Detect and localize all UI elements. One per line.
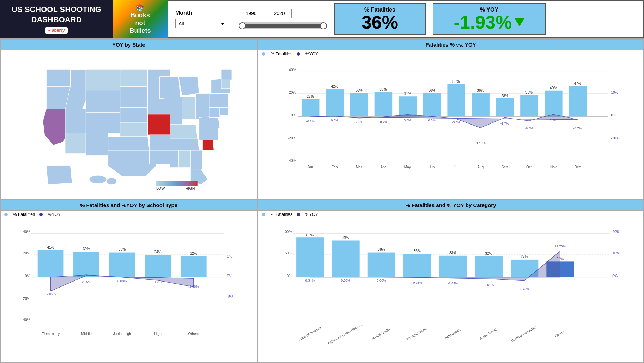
svg-text:-17.5%: -17.5% xyxy=(475,141,486,145)
bar-nov xyxy=(545,91,563,117)
bar-high xyxy=(145,255,171,277)
state-ca xyxy=(43,109,69,145)
state-ne-region xyxy=(221,69,232,80)
svg-text:Others: Others xyxy=(554,330,565,338)
bar-middle xyxy=(73,252,99,277)
state-al xyxy=(178,150,190,168)
yoy-legend3: %YOY xyxy=(48,212,61,217)
svg-text:34%: 34% xyxy=(154,250,161,254)
chart4-area: 100% 50% 0% 85% Suicide/Attempted 0.34% … xyxy=(258,218,643,362)
year-end-input[interactable] xyxy=(267,9,292,18)
svg-text:0.5%: 0.5% xyxy=(331,119,338,122)
svg-text:Aug: Aug xyxy=(477,165,484,169)
year-slider[interactable] xyxy=(239,22,327,29)
school-type-title: % Fatalities and %YOY by School Type xyxy=(1,200,257,211)
svg-text:-0.33%: -0.33% xyxy=(412,281,422,284)
svg-text:0%: 0% xyxy=(227,274,232,278)
school-type-panel: % Fatalities and %YOY by School Type % F… xyxy=(0,199,257,363)
svg-text:20%: 20% xyxy=(612,230,619,234)
us-map-svg: LOW HIGH xyxy=(19,59,238,190)
month-dropdown[interactable]: All ▼ xyxy=(175,19,228,28)
state-ar xyxy=(149,135,171,150)
state-ks xyxy=(120,123,148,137)
chart2-area: 40% 20% 0% -20% -40% 27% Jan -0.1% xyxy=(258,58,643,199)
chart3-legend: % Fatalities %YOY xyxy=(1,211,257,218)
yoy-dot3 xyxy=(39,213,43,216)
svg-text:Dec: Dec xyxy=(575,165,581,169)
svg-text:47%: 47% xyxy=(574,81,581,85)
svg-text:2.55%: 2.55% xyxy=(82,280,91,284)
state-in xyxy=(182,97,196,119)
svg-text:100%: 100% xyxy=(283,230,292,234)
bar-junior xyxy=(109,253,135,277)
bar-elementary xyxy=(38,250,64,277)
legend-high: HIGH xyxy=(186,186,195,190)
state-wi xyxy=(160,76,180,98)
svg-text:-20%: -20% xyxy=(288,136,296,140)
year-range-control xyxy=(239,9,327,29)
svg-text:0%: 0% xyxy=(25,274,30,278)
state-mo xyxy=(148,114,172,134)
svg-text:-4.7%: -4.7% xyxy=(573,127,582,130)
year-inputs xyxy=(239,9,327,18)
legend-low: LOW xyxy=(156,186,165,190)
header: US SCHOOL SHOOTING DASHBOARD ●iaberry 📚B… xyxy=(0,0,644,39)
svg-text:36%: 36% xyxy=(355,89,362,92)
yoy-legend-label: %YOY xyxy=(305,52,318,56)
slider-thumb-right[interactable] xyxy=(320,22,327,29)
chevron-down-icon: ▼ xyxy=(220,21,225,26)
svg-text:85%: 85% xyxy=(306,233,314,237)
bar-jan xyxy=(302,99,320,117)
state-ak xyxy=(46,165,72,184)
state-az xyxy=(65,133,86,153)
svg-text:41%: 41% xyxy=(47,246,54,249)
state-ky xyxy=(170,125,198,138)
svg-text:-5%: -5% xyxy=(227,295,233,299)
bar-feb xyxy=(326,89,344,116)
map-panel: YOY by State xyxy=(0,39,257,199)
svg-text:-2.6%: -2.6% xyxy=(355,120,363,124)
state-nd xyxy=(120,69,148,87)
svg-text:33%: 33% xyxy=(525,91,533,95)
bar-active xyxy=(475,256,503,277)
svg-text:Behavioral Health Homici...: Behavioral Health Homici... xyxy=(327,323,363,345)
image-placeholder: 📚BooksnotBullets xyxy=(113,0,168,38)
svg-text:32%: 32% xyxy=(485,252,492,255)
bar-may xyxy=(399,96,417,116)
yoy-dot4 xyxy=(297,213,300,216)
state-il xyxy=(170,97,182,125)
fatalities-value: 36% xyxy=(362,13,398,31)
yoy-value: -1.93% xyxy=(454,13,525,31)
state-wy xyxy=(86,90,120,112)
slider-thumb-left[interactable] xyxy=(239,22,246,29)
category-title: % Fatalities and % YOY by Category xyxy=(258,200,643,211)
fatalities-yoy-chart: 40% 20% 0% -20% -40% 27% Jan -0.1% xyxy=(262,61,636,181)
state-tx xyxy=(108,150,156,176)
state-hi2 xyxy=(107,177,117,184)
state-ne xyxy=(120,107,148,123)
svg-text:Apr: Apr xyxy=(381,165,386,169)
svg-text:10%: 10% xyxy=(611,91,618,95)
state-sc xyxy=(202,140,214,150)
year-start-input[interactable] xyxy=(239,9,263,18)
bar-suicide xyxy=(296,237,324,277)
fat-dot4 xyxy=(262,213,265,216)
svg-text:40%: 40% xyxy=(289,68,296,72)
yoy-legend4: %YOY xyxy=(305,212,318,217)
bar-mental xyxy=(368,253,395,277)
svg-text:42%: 42% xyxy=(331,85,338,89)
svg-text:-0.7%: -0.7% xyxy=(379,120,387,124)
state-nc xyxy=(199,128,218,140)
down-arrow-icon xyxy=(515,18,524,26)
svg-text:0.00%: 0.00% xyxy=(377,279,386,282)
state-sd xyxy=(120,86,148,107)
fatalities-kpi: % Fatalities 36% xyxy=(334,3,426,35)
svg-text:0%: 0% xyxy=(287,274,292,278)
svg-text:0.00%: 0.00% xyxy=(341,279,350,282)
svg-text:Oct: Oct xyxy=(526,165,532,169)
svg-text:Suicide/Attempted: Suicide/Attempted xyxy=(297,326,322,342)
bar-mar xyxy=(350,93,368,116)
chart3-area: 40% 20% 0% -20% -40% 41% Elementary -7.0… xyxy=(1,218,257,362)
state-hi xyxy=(89,175,107,183)
fatalities-legend-label: % Fatalities xyxy=(271,52,292,56)
